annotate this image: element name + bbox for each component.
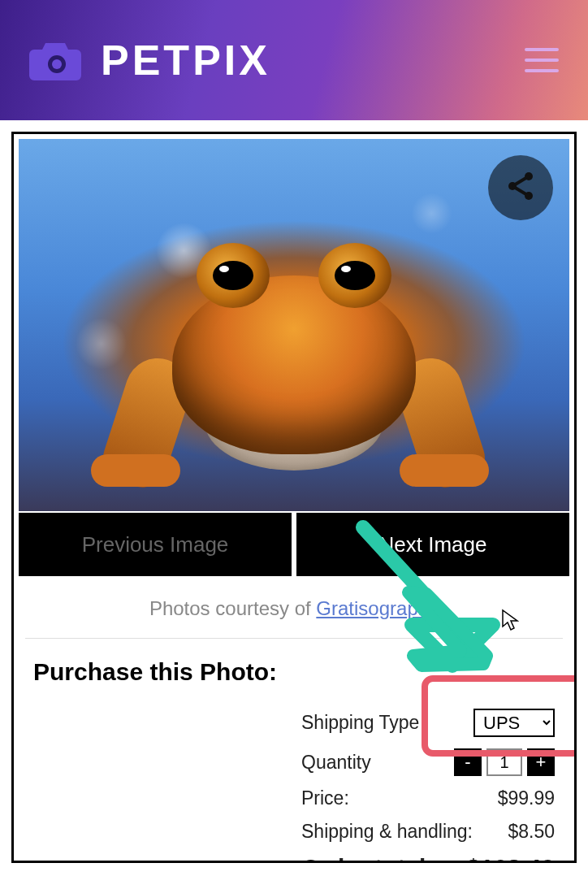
- shipping-type-label: Shipping Type: [301, 712, 419, 734]
- next-image-button[interactable]: Next Image: [296, 513, 569, 576]
- previous-image-button[interactable]: Previous Image: [19, 513, 292, 576]
- frog-illustration: [99, 210, 489, 479]
- svg-line-5: [512, 176, 529, 186]
- product-photo: [19, 139, 569, 511]
- credit-link[interactable]: Gratisography: [316, 597, 439, 619]
- order-total-label: Order total:: [301, 854, 434, 863]
- credit-prefix: Photos courtesy of: [149, 597, 316, 619]
- product-card: Previous Image Next Image Photos courtes…: [11, 132, 577, 863]
- purchase-heading: Purchase this Photo:: [33, 658, 555, 686]
- quantity-increase-button[interactable]: +: [527, 748, 555, 776]
- share-button[interactable]: [488, 155, 553, 220]
- shipping-handling-value: $8.50: [508, 821, 555, 843]
- quantity-stepper: - +: [454, 748, 555, 776]
- price-label: Price:: [301, 787, 349, 809]
- brand-name: PETPIX: [101, 36, 270, 85]
- app-header: PETPIX: [0, 0, 588, 120]
- quantity-decrease-button[interactable]: -: [454, 748, 482, 776]
- photo-credit: Photos courtesy of Gratisography: [25, 576, 563, 639]
- shipping-handling-label: Shipping & handling:: [301, 821, 473, 843]
- order-total-value: $108.49: [467, 854, 555, 863]
- quantity-input[interactable]: [486, 748, 522, 776]
- hamburger-menu-icon[interactable]: [525, 48, 559, 72]
- logo[interactable]: PETPIX: [29, 36, 270, 85]
- price-value: $99.99: [498, 787, 555, 809]
- svg-line-6: [512, 186, 529, 196]
- image-nav: Previous Image Next Image: [19, 513, 569, 576]
- shipping-type-select[interactable]: UPS: [473, 709, 555, 737]
- quantity-label: Quantity: [301, 752, 371, 774]
- purchase-section: Purchase this Photo: Shipping Type UPS Q…: [19, 639, 569, 863]
- share-icon: [504, 170, 537, 206]
- svg-point-1: [52, 59, 62, 69]
- camera-icon: [29, 40, 81, 80]
